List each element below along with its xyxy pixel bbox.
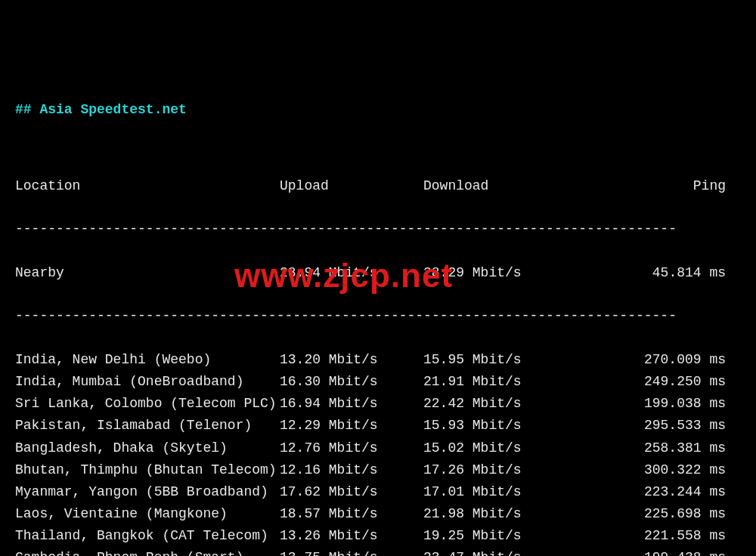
rows-container: India, New Delhi (Weebo)13.20 Mbit/s15.9… [15, 349, 741, 556]
table-row: Myanmar, Yangon (5BB Broadband)17.62 Mbi… [15, 481, 741, 503]
cell-location: India, Mumbai (OneBroadband) [15, 371, 280, 393]
cell-ping: 249.250 ms [590, 371, 726, 393]
cell-location: Bangladesh, Dhaka (Skytel) [15, 437, 280, 459]
section-title: ## Asia Speedtest.net [15, 99, 741, 121]
cell-ping: 295.533 ms [590, 415, 726, 437]
cell-download: 17.26 Mbit/s [423, 459, 590, 481]
cell-download: 22.42 Mbit/s [423, 393, 590, 415]
cell-download: 15.02 Mbit/s [423, 437, 590, 459]
cell-download: 19.25 Mbit/s [423, 525, 590, 547]
cell-location: Laos, Vientaine (Mangkone) [15, 503, 280, 525]
nearby-ping: 45.814 ms [590, 262, 726, 284]
cell-location: Sri Lanka, Colombo (Telecom PLC) [15, 393, 280, 415]
cell-ping: 221.558 ms [590, 525, 726, 547]
cell-location: India, New Delhi (Weebo) [15, 349, 280, 371]
cell-ping: 225.698 ms [590, 503, 726, 525]
table-row: Laos, Vientaine (Mangkone)18.57 Mbit/s21… [15, 503, 741, 525]
cell-ping: 199.038 ms [590, 393, 726, 415]
cell-location: Myanmar, Yangon (5BB Broadband) [15, 481, 280, 503]
cell-ping: 300.322 ms [590, 459, 726, 481]
table-row: Bangladesh, Dhaka (Skytel)12.76 Mbit/s15… [15, 437, 741, 459]
cell-ping: 223.244 ms [590, 481, 726, 503]
nearby-upload: 28.94 Mbit/s [280, 262, 423, 284]
nearby-location: Nearby [15, 262, 280, 284]
header-row: LocationUploadDownloadPing [15, 175, 741, 197]
cell-download: 15.93 Mbit/s [423, 415, 590, 437]
cell-location: Cambodia, Phnom Penh (Smart) [15, 547, 280, 556]
cell-ping: 258.381 ms [590, 437, 726, 459]
cell-upload: 13.75 Mbit/s [280, 547, 423, 556]
cell-download: 15.95 Mbit/s [423, 349, 590, 371]
cell-upload: 16.94 Mbit/s [280, 393, 423, 415]
cell-upload: 18.57 Mbit/s [280, 503, 423, 525]
cell-location: Pakistan, Islamabad (Telenor) [15, 415, 280, 437]
table-row: Pakistan, Islamabad (Telenor)12.29 Mbit/… [15, 415, 741, 437]
header-download: Download [423, 175, 590, 197]
table-row: Cambodia, Phnom Penh (Smart)13.75 Mbit/s… [15, 547, 741, 556]
table-row: Thailand, Bangkok (CAT Telecom)13.26 Mbi… [15, 525, 741, 547]
nearby-download: 28.29 Mbit/s [423, 262, 590, 284]
cell-upload: 16.30 Mbit/s [280, 371, 423, 393]
cell-download: 21.91 Mbit/s [423, 371, 590, 393]
cell-ping: 270.009 ms [590, 349, 726, 371]
cell-upload: 12.29 Mbit/s [280, 415, 423, 437]
table-row: Sri Lanka, Colombo (Telecom PLC)16.94 Mb… [15, 393, 741, 415]
cell-download: 21.98 Mbit/s [423, 503, 590, 525]
cell-download: 23.47 Mbit/s [423, 547, 590, 556]
header-location: Location [15, 175, 280, 197]
table-row: Bhutan, Thimphu (Bhutan Telecom)12.16 Mb… [15, 459, 741, 481]
cell-download: 17.01 Mbit/s [423, 481, 590, 503]
nearby-row: Nearby28.94 Mbit/s28.29 Mbit/s45.814 ms [15, 262, 741, 284]
header-ping: Ping [590, 175, 726, 197]
cell-upload: 13.26 Mbit/s [280, 525, 423, 547]
divider: ----------------------------------------… [15, 218, 741, 240]
table-row: India, New Delhi (Weebo)13.20 Mbit/s15.9… [15, 349, 741, 371]
cell-upload: 17.62 Mbit/s [280, 481, 423, 503]
divider: ----------------------------------------… [15, 305, 741, 327]
header-upload: Upload [280, 175, 423, 197]
cell-location: Bhutan, Thimphu (Bhutan Telecom) [15, 459, 280, 481]
cell-ping: 199.438 ms [590, 547, 726, 556]
cell-upload: 12.16 Mbit/s [280, 459, 423, 481]
cell-upload: 13.20 Mbit/s [280, 349, 423, 371]
cell-location: Thailand, Bangkok (CAT Telecom) [15, 525, 280, 547]
table-row: India, Mumbai (OneBroadband)16.30 Mbit/s… [15, 371, 741, 393]
cell-upload: 12.76 Mbit/s [280, 437, 423, 459]
